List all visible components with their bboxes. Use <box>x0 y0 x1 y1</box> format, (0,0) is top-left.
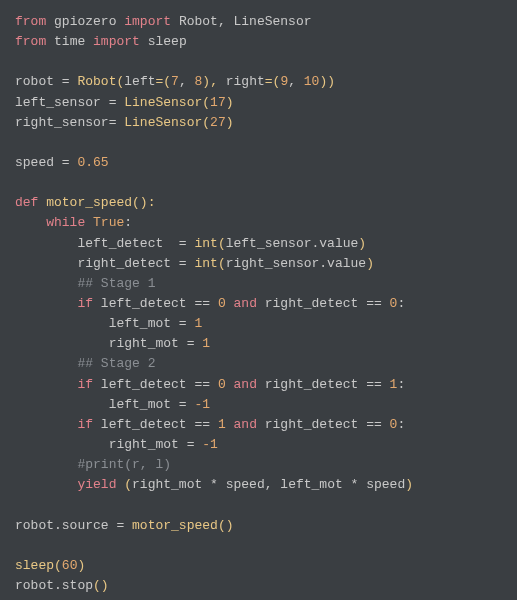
comment: #print(r, l) <box>77 457 171 472</box>
var: right_detect <box>265 296 359 311</box>
var-left-sensor: left_sensor <box>15 95 101 110</box>
paren: () <box>218 518 234 533</box>
class-linesensor: LineSensor <box>124 95 202 110</box>
op-assign: = <box>109 95 117 110</box>
paren: ( <box>218 236 226 251</box>
colon: : <box>397 417 405 432</box>
paren: ) <box>77 558 85 573</box>
expr: robot.source <box>15 518 109 533</box>
paren: ), <box>202 74 225 89</box>
keyword-if: if <box>77 417 93 432</box>
op-assign: = <box>187 336 195 351</box>
op-assign: = <box>116 518 124 533</box>
paren: =( <box>156 74 172 89</box>
op-eq: == <box>366 296 382 311</box>
kwarg: left <box>124 74 155 89</box>
keyword-if: if <box>77 377 93 392</box>
number: 0 <box>218 377 226 392</box>
keyword-if: if <box>77 296 93 311</box>
number: 27 <box>210 115 226 130</box>
op-assign: = <box>179 256 187 271</box>
module-name: gpiozero <box>54 14 116 29</box>
module-name: time <box>54 34 85 49</box>
paren: ( <box>202 95 210 110</box>
paren: ( <box>124 477 132 492</box>
colon: : <box>397 377 405 392</box>
op-assign: = <box>62 155 70 170</box>
var-right-sensor: right_sensor <box>15 115 109 130</box>
comma: , <box>265 477 281 492</box>
var-speed: speed <box>15 155 54 170</box>
var: left_mot <box>109 316 171 331</box>
code-block: from gpiozero import Robot, LineSensor f… <box>15 12 502 600</box>
number: 10 <box>304 74 320 89</box>
op-eq: == <box>194 417 210 432</box>
op-mul: * <box>351 477 359 492</box>
expr: left_sensor.value <box>226 236 359 251</box>
paren: )) <box>319 74 335 89</box>
keyword-def: def <box>15 195 38 210</box>
var: left_mot <box>280 477 342 492</box>
paren: ( <box>54 558 62 573</box>
paren: () <box>93 578 109 593</box>
var: right_detect <box>265 377 359 392</box>
var: speed <box>366 477 405 492</box>
number: 1 <box>218 417 226 432</box>
func-int: int <box>194 236 217 251</box>
op-eq: == <box>366 377 382 392</box>
var: right_mot <box>132 477 202 492</box>
var: right_mot <box>109 336 179 351</box>
paren: =( <box>265 74 281 89</box>
func-int: int <box>194 256 217 271</box>
expr: right_sensor.value <box>226 256 366 271</box>
number: -1 <box>194 397 210 412</box>
keyword-import: import <box>124 14 171 29</box>
keyword-and: and <box>234 417 257 432</box>
paren: ( <box>218 256 226 271</box>
paren: ) <box>366 256 374 271</box>
op-eq: == <box>366 417 382 432</box>
var: speed <box>226 477 265 492</box>
op-assign: = <box>187 437 195 452</box>
comma: , <box>179 74 195 89</box>
op-eq: == <box>194 296 210 311</box>
keyword-and: and <box>234 296 257 311</box>
var: right_detect <box>265 417 359 432</box>
comment: ## Stage 2 <box>77 356 155 371</box>
op-assign: = <box>62 74 70 89</box>
number: 60 <box>62 558 78 573</box>
op-mul: * <box>210 477 218 492</box>
comma: , <box>288 74 304 89</box>
op-assign: = <box>179 236 187 251</box>
paren: ) <box>405 477 413 492</box>
keyword-from: from <box>15 14 46 29</box>
number: 1 <box>194 316 202 331</box>
paren: ) <box>226 95 234 110</box>
var: right_detect <box>77 256 171 271</box>
expr: robot.stop <box>15 578 93 593</box>
keyword-yield: yield <box>77 477 116 492</box>
paren: ) <box>226 115 234 130</box>
op-assign: = <box>179 397 187 412</box>
func-name: motor_speed <box>46 195 132 210</box>
keyword-from: from <box>15 34 46 49</box>
var: left_detect <box>101 377 187 392</box>
number: -1 <box>202 437 218 452</box>
keyword-and: and <box>234 377 257 392</box>
var: left_detect <box>77 236 163 251</box>
import-names: Robot, LineSensor <box>179 14 312 29</box>
op-assign: = <box>109 115 117 130</box>
number: 1 <box>202 336 210 351</box>
number: 17 <box>210 95 226 110</box>
keyword-while: while <box>46 215 85 230</box>
var: left_detect <box>101 296 187 311</box>
var: right_mot <box>109 437 179 452</box>
paren: ) <box>358 236 366 251</box>
class-robot: Robot <box>77 74 116 89</box>
colon: : <box>124 215 132 230</box>
func-sleep: sleep <box>15 558 54 573</box>
paren: (): <box>132 195 155 210</box>
var: left_detect <box>101 417 187 432</box>
number: 0 <box>218 296 226 311</box>
number: 7 <box>171 74 179 89</box>
